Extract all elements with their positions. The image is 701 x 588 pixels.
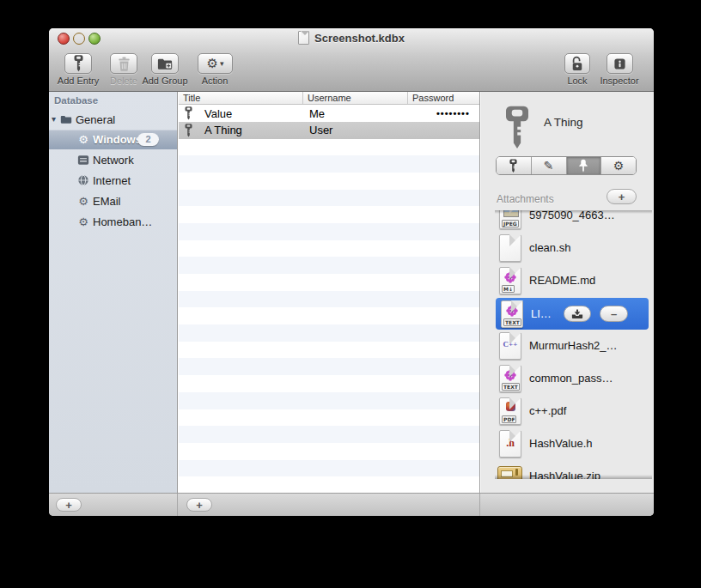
column-header-password[interactable]: Password — [408, 92, 479, 104]
add-entry-bottom-button[interactable]: + — [186, 498, 212, 512]
attachment-name: README.md — [529, 267, 595, 294]
attachment-item[interactable]: TEXT common_pass… — [495, 365, 652, 392]
sidebar-item-label: Windows — [93, 133, 142, 146]
text-file-icon: TEXT — [501, 300, 523, 328]
attachment-item-selected[interactable]: TEXT LI… – — [496, 298, 649, 330]
jpeg-file-icon: JPEG — [499, 210, 521, 229]
zoom-button[interactable] — [88, 33, 101, 45]
desktop-background: Screenshot.kdbx Add Entry Delete Add Gro… — [0, 0, 701, 588]
flower-icon — [500, 271, 521, 283]
file-type-badge: TEXT — [503, 318, 521, 326]
inspector-panel: A Thing ✎ ⚙ Attachments — [481, 92, 654, 494]
pdf-file-icon: PDF — [499, 397, 521, 425]
key-icon — [74, 55, 83, 72]
cell-username: Me — [309, 107, 325, 120]
gear-icon: ⚙ — [77, 215, 89, 227]
attachment-name: common_pass… — [529, 365, 613, 392]
tab-settings[interactable]: ⚙ — [601, 157, 636, 174]
window-chrome: Screenshot.kdbx Add Entry Delete Add Gro… — [49, 28, 654, 92]
close-button[interactable] — [58, 33, 70, 45]
attachment-name: 5975090_4663… — [529, 210, 615, 229]
open-padlock-icon — [571, 56, 583, 72]
add-group-bottom-button[interactable]: + — [56, 498, 82, 512]
entry-key-icon — [503, 106, 531, 150]
table-divider[interactable] — [479, 92, 480, 494]
sidebar-item-internet[interactable]: Internet — [49, 171, 177, 190]
attachment-item[interactable]: JPEG 5975090_4663… — [495, 210, 652, 229]
add-group-button[interactable] — [151, 53, 179, 74]
save-attachment-button[interactable] — [564, 306, 591, 322]
attachment-item[interactable]: M↓ README.md — [495, 267, 652, 294]
add-entry-button[interactable] — [64, 53, 92, 74]
sidebar-item-email[interactable]: ⚙ EMail — [49, 191, 177, 210]
key-icon — [185, 124, 192, 137]
gear-icon: ⚙ — [613, 160, 625, 172]
cell-password: •••••••• — [436, 108, 470, 118]
attachments-label: Attachments — [497, 193, 554, 205]
minimize-button[interactable] — [73, 33, 85, 45]
sidebar-item-network[interactable]: Network — [49, 150, 177, 169]
inspector-tabs: ✎ ⚙ — [496, 156, 637, 175]
tab-notes[interactable]: ✎ — [532, 157, 567, 174]
table-body: Value Me •••••••• A Thing User — [179, 105, 479, 494]
attachment-item[interactable]: C++ MurmurHash2_… — [495, 332, 652, 360]
attachment-item[interactable]: HashValue.zip — [495, 463, 652, 479]
sidebar-item-windows[interactable]: ⚙ Windows 2 — [49, 130, 177, 149]
sidebar-divider[interactable] — [177, 92, 178, 494]
delete-label: Delete — [110, 76, 137, 86]
app-window: Screenshot.kdbx Add Entry Delete Add Gro… — [49, 28, 654, 516]
attachment-name: HashValue.h — [529, 430, 592, 458]
sidebar-item-label: General — [76, 113, 115, 126]
gear-icon: ⚙ — [77, 134, 89, 146]
attachment-item[interactable]: clean.sh — [495, 234, 652, 262]
attachment-name: MurmurHash2_… — [529, 332, 618, 360]
cpp-file-icon: C++ — [499, 332, 521, 360]
pencil-icon: ✎ — [544, 160, 554, 172]
column-header-username[interactable]: Username — [303, 92, 408, 104]
tab-attachments[interactable] — [567, 157, 602, 174]
key-icon — [185, 106, 192, 120]
pdf-graphic — [506, 402, 515, 411]
sidebar-item-homebanking[interactable]: ⚙ Homeban… — [49, 212, 177, 231]
disclosure-triangle-icon[interactable]: ▾ — [52, 115, 56, 124]
inspector-entry-title: A Thing — [544, 116, 583, 129]
minus-icon: – — [611, 307, 617, 320]
attachment-item[interactable]: PDF c++.pdf — [495, 397, 652, 425]
gear-icon: ⚙ — [207, 58, 218, 70]
delete-button[interactable] — [110, 53, 137, 74]
globe-icon — [77, 174, 89, 186]
action-label: Action — [202, 76, 229, 86]
trash-icon — [118, 57, 131, 71]
header-file-icon: .h — [499, 430, 521, 458]
cpp-glyph: C++ — [503, 340, 518, 349]
sidebar-item-label: Internet — [93, 174, 131, 187]
action-button[interactable]: ⚙ ▾ — [198, 53, 233, 74]
attachment-item[interactable]: .h HashValue.h — [495, 430, 652, 458]
cell-title: Value — [204, 107, 232, 120]
flower-icon — [502, 305, 522, 317]
sidebar-item-label: Network — [93, 154, 134, 167]
add-attachment-button[interactable]: + — [607, 189, 637, 204]
remove-attachment-button[interactable]: – — [600, 306, 628, 322]
inspector-label: Inspector — [600, 76, 638, 86]
inspector-button[interactable] — [607, 53, 633, 74]
column-header-title[interactable]: Title — [179, 92, 303, 104]
titlebar[interactable]: Screenshot.kdbx — [49, 28, 654, 47]
table-row[interactable]: Value Me •••••••• — [179, 105, 479, 122]
bottom-bar-divider — [177, 494, 178, 516]
tab-key[interactable] — [497, 157, 532, 174]
group-sidebar: Database ▾ General ⚙ Windows 2 — [49, 92, 177, 494]
plus-icon: + — [65, 499, 72, 512]
file-type-badge: TEXT — [502, 383, 520, 391]
info-icon — [613, 58, 626, 70]
photo-thumbnail — [503, 210, 519, 217]
export-icon — [571, 309, 583, 319]
table-row-selected[interactable]: A Thing User — [179, 122, 479, 139]
plus-icon: + — [619, 191, 625, 203]
content-area: Database ▾ General ⚙ Windows 2 — [49, 92, 654, 494]
sidebar-item-general[interactable]: ▾ General — [49, 110, 177, 129]
lock-label: Lock — [567, 76, 587, 86]
lock-button[interactable] — [564, 53, 590, 74]
plain-file-icon — [499, 234, 521, 262]
zip-file-icon — [497, 466, 522, 479]
